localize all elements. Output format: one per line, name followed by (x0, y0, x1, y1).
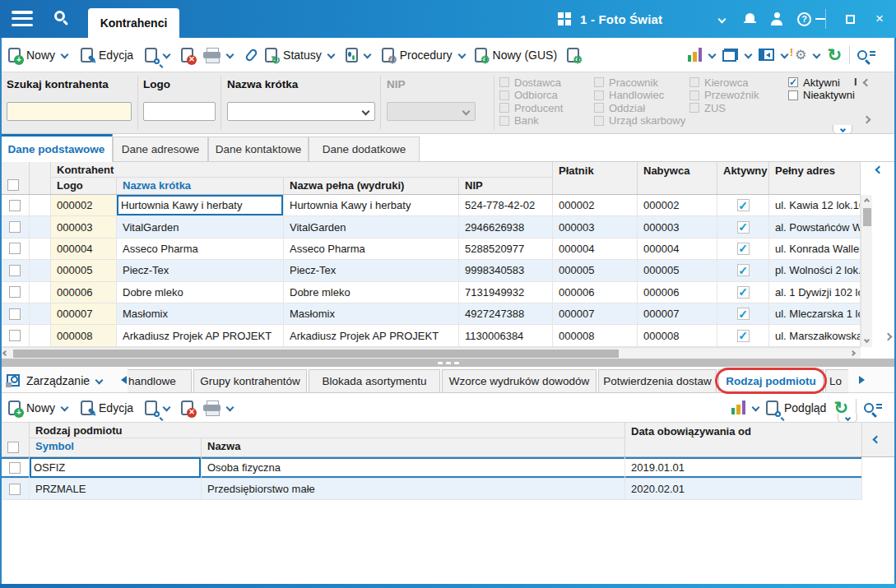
cell-pelny-adres[interactable]: al. Powstańców W (769, 216, 861, 237)
filter-checkbox-zus[interactable]: ZUS (689, 103, 759, 113)
column-header-aktywny[interactable]: Aktywny (717, 162, 769, 194)
minimize-button[interactable] (811, 10, 829, 28)
refresh-icon[interactable]: ↻ (827, 46, 842, 63)
row-checkbox[interactable] (9, 484, 21, 495)
column-header-pelny-adres[interactable]: Pełny adres (769, 162, 861, 194)
table-row[interactable]: 000002Hurtownia Kawy i herbatyHurtownia … (0, 195, 861, 216)
side-panel-chevron-icon[interactable] (781, 51, 789, 59)
filter-checkbox-dostawca[interactable]: Dostawca (499, 77, 563, 87)
cell-nip[interactable]: 524-778-42-02 (459, 195, 553, 215)
bottom-toolbar-collapse-tab[interactable] (838, 414, 857, 423)
cell-platnik[interactable]: 000005 (553, 260, 638, 280)
maximize-button[interactable] (841, 10, 859, 28)
cell-nabywca[interactable]: 000008 (638, 325, 717, 345)
aktywny-checkbox[interactable]: ✓ (737, 264, 750, 276)
trace-button[interactable] (346, 48, 358, 63)
cell-pelny-adres[interactable]: ul. Kawia 12 lok.10 (769, 195, 861, 215)
trace-chevron-icon[interactable] (363, 51, 371, 59)
cell-nazwa-krotka[interactable]: VitalGarden (117, 216, 284, 237)
tab-dane-podstawowe[interactable]: Dane podstawowe (0, 134, 113, 162)
nowy-gus-button[interactable]: ⚙ Nowy (GUS) (475, 48, 558, 63)
module-tab-kontrahenci[interactable]: Kontrahenci (88, 8, 179, 38)
filter-checkbox-producent[interactable]: Producent (499, 103, 563, 113)
row-checkbox[interactable] (9, 200, 21, 211)
filter-collapse-tab[interactable] (833, 125, 852, 134)
windows-chevron-icon[interactable] (745, 51, 753, 59)
scroll-left-icon[interactable] (2, 350, 8, 356)
menu-icon[interactable] (12, 11, 33, 26)
filter-checkbox-przewoźnik[interactable]: Przewoźnik (689, 90, 759, 100)
attachment-icon[interactable] (244, 47, 258, 62)
notifications-bell-icon[interactable] (744, 13, 756, 25)
column-group-rodzaj-podmiotu[interactable]: Rodzaj podmiotu (30, 423, 625, 438)
panel-splitter[interactable] (0, 359, 896, 367)
podglad-button[interactable]: Podgląd (766, 400, 826, 415)
select-all-checkbox[interactable] (7, 442, 19, 453)
horizontal-scrollbar-thumb[interactable] (13, 350, 619, 358)
bottom-print-button[interactable] (203, 400, 221, 415)
szukaj-input[interactable] (7, 102, 132, 121)
column-header-data-od[interactable]: Data obowiązywania od (625, 423, 862, 456)
company-grid-icon[interactable] (558, 12, 571, 25)
statusy-chevron-icon[interactable] (327, 51, 335, 59)
cell-nazwa-pelna[interactable]: Arkadiusz Projek AP PROJEKT (284, 325, 459, 345)
cell-nabywca[interactable]: 000007 (638, 303, 717, 324)
bottom-preview-chevron-icon[interactable] (163, 404, 171, 412)
windows-layout-icon[interactable] (722, 49, 738, 62)
scroll-down-icon[interactable] (864, 337, 870, 343)
advanced-search-icon[interactable] (864, 403, 874, 413)
cell-nazwa-krotka[interactable]: Masłomix (117, 303, 284, 324)
tabs-scroll-right-icon[interactable] (859, 376, 865, 384)
row-checkbox[interactable] (9, 286, 21, 298)
grid-collapse-left-icon[interactable] (873, 436, 881, 444)
close-button[interactable]: × (870, 10, 889, 28)
cell-platnik[interactable]: 000007 (553, 303, 638, 324)
zarzadzanie-button[interactable]: Zarządzanie (7, 370, 102, 391)
nip-select[interactable] (387, 102, 476, 121)
warnings-chevron-icon[interactable] (813, 51, 821, 59)
cell-nazwa-krotka[interactable]: Hurtownia Kawy i herbaty (117, 195, 284, 215)
cell-nabywca[interactable]: 000003 (638, 216, 717, 237)
aktywny-checkbox[interactable]: ✓ (737, 243, 750, 255)
procedury-button[interactable]: ⚙ Procedury (382, 48, 453, 63)
logo-input[interactable] (143, 102, 216, 121)
bottom-tab-wzorce-wydruków-dowodów[interactable]: Wzorce wydruków dowodów (442, 369, 597, 393)
tab-dane-dodatkowe[interactable]: Dane dodatkowe (309, 137, 420, 162)
column-group-kontrahent[interactable]: Kontrahent (51, 162, 553, 178)
table-row[interactable]: 000008Arkadiusz Projek AP PROJEKTArkadiu… (0, 325, 861, 346)
cell-nazwa[interactable]: Osoba fizyczna (202, 457, 625, 478)
bottom-edycja-button[interactable]: ✎ Edycja (81, 400, 133, 415)
cell-nazwa-pelna[interactable]: Asseco Pharma (284, 238, 459, 259)
column-header-nip[interactable]: NIP (459, 178, 553, 194)
procedury-chevron-icon[interactable] (457, 51, 466, 59)
print-chevron-icon[interactable] (226, 51, 234, 59)
preview-button[interactable] (145, 48, 157, 63)
cell-pelny-adres[interactable]: ul. Mleczarska 1 lo (769, 303, 861, 324)
table-row[interactable]: 000005Piecz-TexPiecz-Tex9998340583000005… (0, 260, 861, 281)
cell-nip[interactable]: 2946626938 (459, 216, 553, 237)
tab-dane-adresowe[interactable]: Dane adresowe (113, 137, 208, 162)
cell-nabywca[interactable]: 000006 (638, 282, 717, 303)
analysis-chart-icon[interactable] (688, 48, 703, 62)
cell-logo[interactable]: 000004 (51, 238, 117, 259)
cell-platnik[interactable]: 000006 (553, 282, 638, 303)
scroll-right-icon[interactable] (850, 350, 856, 356)
filter-checkbox-oddział[interactable]: Oddział (594, 103, 685, 113)
filter-checkbox-odbiorca[interactable]: Odbiorca (499, 90, 563, 100)
table-row[interactable]: OSFIZOsoba fizyczna2019.01.01 (0, 457, 862, 479)
table-row[interactable]: 000003VitalGardenVitalGarden294662693800… (0, 216, 861, 238)
tab-dane-kontaktowe[interactable]: Dane kontaktowe (208, 137, 309, 162)
aktywny-checkbox[interactable]: ✓ (737, 199, 750, 211)
row-checkbox[interactable] (9, 243, 21, 254)
cell-platnik[interactable]: 000004 (553, 238, 638, 259)
cell-symbol[interactable]: OSFIZ (30, 457, 202, 478)
cell-nazwa-pelna[interactable]: Hurtownia Kawy i herbaty (284, 195, 459, 215)
table-row[interactable]: 000006Dobre mlekoDobre mleko713194993200… (0, 282, 861, 303)
bottom-tab-handlowe[interactable]: handlowe (128, 369, 192, 393)
cell-symbol[interactable]: PRZMALE (30, 479, 202, 499)
bottom-preview-button[interactable] (145, 400, 157, 415)
cell-nazwa-pelna[interactable]: Piecz-Tex (284, 260, 459, 280)
cell-pelny-adres[interactable]: ul. Marszałkowska (769, 325, 861, 345)
filter-checkbox-aktywni[interactable]: ✓ Aktywni (788, 77, 855, 87)
cell-logo[interactable]: 000008 (51, 325, 117, 345)
